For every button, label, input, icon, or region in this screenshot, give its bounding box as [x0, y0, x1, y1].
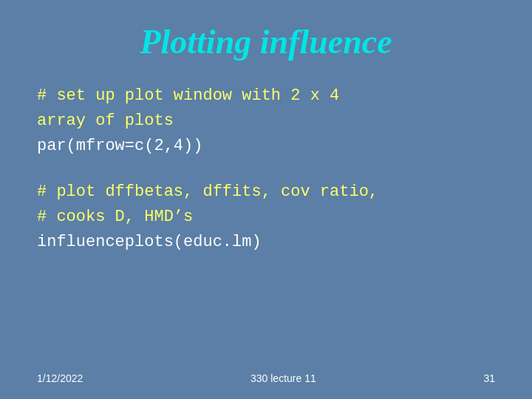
slide-title: Plotting influence — [37, 22, 495, 61]
comment-line-4: # cooks D, HMD’s — [37, 205, 495, 230]
footer-page: 31 — [483, 372, 495, 384]
content-area: # set up plot window with 2 x 4 array of… — [37, 83, 495, 365]
code-block-2: # plot dffbetas, dffits, cov ratio, # co… — [37, 180, 495, 255]
comment-line-1: # set up plot window with 2 x 4 — [37, 83, 495, 109]
code-line-2: influenceplots(educ.lm) — [37, 230, 495, 255]
footer: 1/12/2022 330 lecture 11 31 — [37, 365, 495, 384]
code-section-1: # set up plot window with 2 x 4 array of… — [37, 83, 495, 159]
comment-line-3: # plot dffbetas, dffits, cov ratio, — [37, 180, 495, 205]
footer-date: 1/12/2022 — [37, 372, 83, 384]
code-line-1: par(mfrow=c(2,4)) — [37, 134, 495, 159]
code-section-2: # plot dffbetas, dffits, cov ratio, # co… — [37, 180, 495, 255]
slide: Plotting influence # set up plot window … — [0, 0, 532, 399]
code-block-1: # set up plot window with 2 x 4 array of… — [37, 83, 495, 159]
footer-center: 330 lecture 11 — [250, 372, 316, 384]
comment-line-2: array of plots — [37, 109, 495, 134]
